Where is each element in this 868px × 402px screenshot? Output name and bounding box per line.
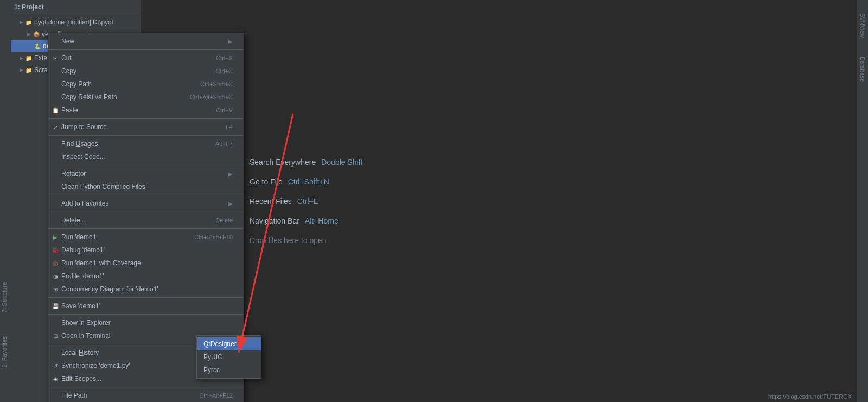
expand-arrow: ▶ xyxy=(18,20,24,25)
submenu-arrow: ▶ xyxy=(228,171,233,177)
submenu-item-label: PyUIC xyxy=(203,353,222,361)
menu-item-debug-demo1[interactable]: 🐞 Debug 'demo1' xyxy=(48,244,244,257)
menu-shortcut: Ctrl+X xyxy=(216,55,233,61)
menu-item-copy[interactable]: Copy Ctrl+C xyxy=(48,65,244,78)
menu-item-label: Concurrency Diagram for 'demo1' xyxy=(61,285,233,293)
debug-icon: 🐞 xyxy=(51,246,60,254)
concurrency-icon: ⊞ xyxy=(51,285,60,293)
menu-item-label: Find Usages xyxy=(61,140,215,148)
menu-separator xyxy=(48,314,244,315)
menu-item-run-coverage[interactable]: ◎ Run 'demo1' with Coverage xyxy=(48,257,244,270)
submenu-item-pyrcc[interactable]: Pyrcc xyxy=(197,363,261,377)
menu-separator xyxy=(48,297,244,298)
submenu-arrow: ▶ xyxy=(228,39,233,44)
save-icon: 💾 xyxy=(51,302,60,310)
submenu-item-pyuic[interactable]: PyUIC xyxy=(197,350,261,363)
menu-item-profile-demo1[interactable]: ◑ Profile 'demo1' xyxy=(48,270,244,283)
tree-item-label: pyqt dome [untitled] D:\pyqt xyxy=(34,18,113,26)
menu-item-add-to-favorites[interactable]: Add to Favorites ▶ xyxy=(48,197,244,210)
menu-shortcut: Ctrl+C xyxy=(216,68,233,74)
menu-item-cut[interactable]: ✂ Cut Ctrl+X xyxy=(48,52,244,65)
run-icon: ▶ xyxy=(51,233,60,241)
menu-item-save-demo1[interactable]: 💾 Save 'demo1' xyxy=(48,299,244,312)
menu-item-label: Cut xyxy=(61,54,216,62)
menu-item-new[interactable]: New ▶ xyxy=(48,35,244,48)
menu-item-copy-path[interactable]: Copy Path Ctrl+Shift+C xyxy=(48,78,244,91)
search-everywhere-label: Search Everywhere xyxy=(250,158,316,167)
menu-item-inspect-code[interactable]: Inspect Code... xyxy=(48,150,244,163)
tree-item-pyqt-dome[interactable]: ▶ 📁 pyqt dome [untitled] D:\pyqt xyxy=(11,16,141,28)
menu-item-label: File Path xyxy=(61,392,199,399)
sidebar-tab-structure[interactable]: 7: Structure xyxy=(0,280,9,315)
expand-arrow: ▶ xyxy=(26,31,31,37)
menu-item-jump-to-source[interactable]: ↗ Jump to Source F4 xyxy=(48,120,244,133)
sync-icon: ↺ xyxy=(51,361,60,370)
menu-separator xyxy=(48,49,244,50)
menu-item-show-explorer[interactable]: Show in Explorer xyxy=(48,316,244,329)
menu-item-label: Copy xyxy=(61,67,216,75)
menu-item-label: Save 'demo1' xyxy=(61,302,233,310)
folder-icon: 📁 xyxy=(25,66,33,74)
coverage-icon: ◎ xyxy=(51,259,60,267)
project-header: 1: Project xyxy=(11,0,141,14)
bottom-bar: https://blog.csdn.net/FUTEROX xyxy=(768,391,857,402)
submenu-item-qtdesigner[interactable]: QtDesigner xyxy=(197,337,261,350)
menu-item-delete[interactable]: Delete... Delete xyxy=(48,214,244,227)
nav-bar-label: Navigation Bar xyxy=(250,216,299,225)
menu-item-label: Jump to Source xyxy=(61,123,226,131)
menu-item-label: Delete... xyxy=(61,216,215,224)
menu-separator xyxy=(48,118,244,119)
menu-item-refactor[interactable]: Refactor ▶ xyxy=(48,167,244,180)
bottom-url: https://blog.csdn.net/FUTEROX xyxy=(768,393,852,400)
menu-item-label: New xyxy=(61,37,226,45)
menu-item-label: Show in Explorer xyxy=(61,319,233,327)
menu-item-run-demo1[interactable]: ▶ Run 'demo1' Ctrl+Shift+F10 xyxy=(48,231,244,244)
menu-item-label: Copy Relative Path xyxy=(61,93,190,101)
menu-shortcut: Ctrl+V xyxy=(216,107,233,113)
sidebar-tab-svnview[interactable]: SVNView xyxy=(858,11,867,40)
search-everywhere-row: Search Everywhere Double Shift xyxy=(250,158,362,167)
menu-item-copy-relative[interactable]: Copy Relative Path Ctrl+Alt+Shift+C xyxy=(48,91,244,104)
project-title: 1: Project xyxy=(14,3,44,11)
menu-item-label: Clean Python Compiled Files xyxy=(61,183,233,190)
expand-arrow: ▶ xyxy=(18,67,24,73)
cut-icon: ✂ xyxy=(51,54,60,62)
menu-item-label: Copy Path xyxy=(61,80,200,88)
menu-item-concurrency[interactable]: ⊞ Concurrency Diagram for 'demo1' xyxy=(48,283,244,296)
sidebar-tab-favorites[interactable]: 2: Favorites xyxy=(0,334,9,369)
go-to-file-label: Go to File xyxy=(250,177,283,186)
submenu-arrow: ▶ xyxy=(228,201,233,207)
recent-files-shortcut: Ctrl+E xyxy=(297,197,318,206)
nav-bar-row: Navigation Bar Alt+Home xyxy=(250,216,362,225)
menu-separator xyxy=(48,135,244,136)
profile-icon: ◑ xyxy=(51,272,60,280)
external-tools-submenu: QtDesigner PyUIC Pyrcc xyxy=(196,335,261,379)
menu-item-file-path[interactable]: File Path Ctrl+Alt+F12 xyxy=(48,389,244,402)
drop-files-label: Drop files here to open xyxy=(250,236,327,245)
right-sidebar: SVNView Database xyxy=(857,0,868,402)
recent-files-label: Recent Files xyxy=(250,197,292,206)
menu-separator xyxy=(48,165,244,165)
menu-shortcut: Ctrl+Alt+F12 xyxy=(199,392,233,399)
paste-icon: 📋 xyxy=(51,106,60,114)
menu-item-label: Run 'demo1' xyxy=(61,233,194,241)
menu-separator xyxy=(48,387,244,387)
menu-item-label: Debug 'demo1' xyxy=(61,246,233,254)
file-icon: 🐍 xyxy=(34,42,41,50)
recent-files-row: Recent Files Ctrl+E xyxy=(250,197,362,206)
search-everywhere-shortcut: Double Shift xyxy=(321,158,362,167)
menu-shortcut: Ctrl+Alt+Shift+C xyxy=(190,94,233,100)
sidebar-tab-database[interactable]: Database xyxy=(858,54,867,84)
go-to-file-shortcut: Ctrl+Shift+N xyxy=(288,177,329,186)
menu-shortcut: Delete xyxy=(215,217,233,224)
menu-item-paste[interactable]: 📋 Paste Ctrl+V xyxy=(48,104,244,117)
go-to-file-row: Go to File Ctrl+Shift+N xyxy=(250,177,362,186)
menu-item-clean-python[interactable]: Clean Python Compiled Files xyxy=(48,180,244,193)
menu-separator xyxy=(48,195,244,195)
terminal-icon: ⊡ xyxy=(51,331,60,340)
submenu-item-label: Pyrcc xyxy=(203,366,220,374)
nav-bar-shortcut: Alt+Home xyxy=(305,216,339,225)
menu-item-find-usages[interactable]: Find Usages Alt+F7 xyxy=(48,137,244,150)
menu-item-label: Inspect Code... xyxy=(61,153,233,161)
jump-icon: ↗ xyxy=(51,123,60,131)
